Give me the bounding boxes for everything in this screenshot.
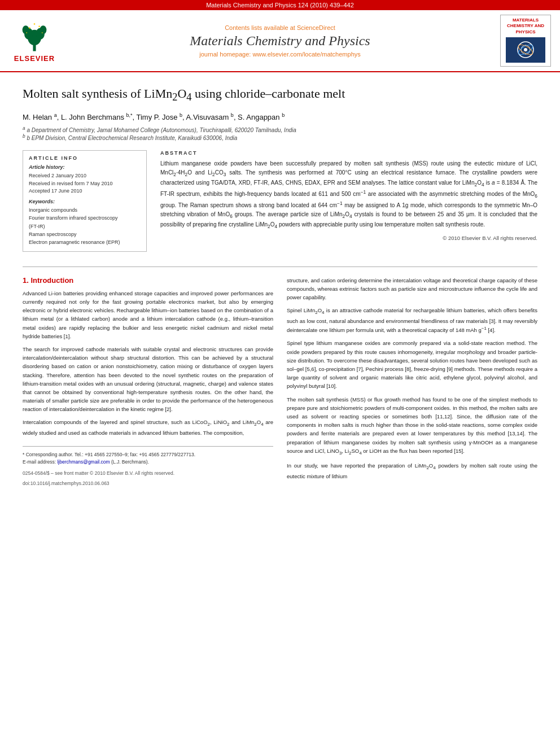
- article-info-box: ARTICLE INFO Article history: Received 2…: [23, 150, 147, 251]
- article-history-label: Article history:: [29, 164, 141, 170]
- sciencedirect-link-text[interactable]: ScienceDirect: [297, 24, 335, 31]
- abstract-box: ABSTRACT Lithium manganese oxide powders…: [160, 150, 537, 257]
- article-info-label: ARTICLE INFO: [29, 155, 141, 161]
- footer-line-2: doi:10.1016/j.matchemphys.2010.06.063: [23, 480, 273, 486]
- footnote-area: * Corresponding author. Tel.: +91 4565 2…: [23, 446, 273, 486]
- revised-date: Received in revised form 7 May 2010: [29, 180, 141, 188]
- article-info-abstract-area: ARTICLE INFO Article history: Received 2…: [23, 150, 537, 257]
- svg-point-5: [40, 25, 46, 34]
- journal-logo-image: [506, 37, 545, 63]
- journal-reference-bar: Materials Chemistry and Physics 124 (201…: [0, 0, 560, 10]
- contents-prefix: Contents lists available at: [225, 24, 297, 31]
- journal-info: Contents lists available at ScienceDirec…: [60, 24, 500, 58]
- journal-title: Materials Chemistry and Physics: [71, 33, 489, 49]
- journal-logo-title: MATERIALSCHEMISTRY ANDPHYSICS: [503, 18, 548, 35]
- received-date: Received 2 January 2010: [29, 172, 141, 180]
- homepage-url[interactable]: www.elsevier.com/locate/matchemphys: [252, 51, 360, 58]
- keyword-2: Fourier transform infrared spectroscopy(…: [29, 214, 141, 230]
- email-line: E-mail address: ljberchmans@gmail.com (L…: [23, 458, 273, 466]
- svg-point-10: [42, 32, 43, 33]
- article-content: Molten salt synthesis of LiMn2O4 using c…: [0, 72, 560, 500]
- introduction-heading: 1. Introduction: [23, 276, 273, 285]
- section-divider: [23, 267, 537, 267]
- journal-homepage-line: journal homepage: www.elsevier.com/locat…: [71, 51, 489, 58]
- body-left-column: 1. Introduction Advanced Li-ion batterie…: [23, 276, 273, 486]
- page: Materials Chemistry and Physics 124 (201…: [0, 0, 560, 747]
- right-para-1: structure, and cation ordering determine…: [287, 276, 537, 302]
- keyword-1: Inorganic compounds: [29, 206, 141, 214]
- intro-para-2: The search for improved cathode material…: [23, 345, 273, 414]
- homepage-prefix: journal homepage:: [199, 51, 252, 58]
- accepted-date: Accepted 17 June 2010: [29, 187, 141, 195]
- article-title: Molten salt synthesis of LiMn2O4 using c…: [23, 86, 537, 104]
- body-content: 1. Introduction Advanced Li-ion batterie…: [23, 276, 537, 486]
- right-para-2: Spinel LiMn2O4 is an attractive cathode …: [287, 306, 537, 334]
- journal-logo-box: MATERIALSCHEMISTRY ANDPHYSICS: [500, 15, 551, 67]
- footer-line-1: 0254-0584/$ – see front matter © 2010 El…: [23, 470, 273, 476]
- keyword-3: Raman spectroscopy: [29, 230, 141, 238]
- journal-reference-text: Materials Chemistry and Physics 124 (201…: [206, 2, 354, 8]
- svg-point-9: [26, 32, 27, 33]
- keywords-label: Keywords:: [29, 199, 141, 204]
- intro-para-3: Intercalation compounds of the layered a…: [23, 418, 273, 437]
- abstract-label: ABSTRACT: [160, 150, 537, 156]
- right-para-3: Spinel type lithium manganese oxides are…: [287, 339, 537, 390]
- affiliations: a a Department of Chemistry, Jamal Moham…: [23, 125, 537, 142]
- authors-line: M. Helan a, L. John Berchmans b,*, Timy …: [23, 112, 537, 121]
- elsevier-wordmark: ELSEVIER: [14, 54, 55, 63]
- svg-point-16: [524, 48, 527, 51]
- elsevier-tree-icon: [18, 19, 51, 53]
- right-para-4: The molten salt synthesis (MSS) or flux …: [287, 395, 537, 457]
- sciencedirect-line: Contents lists available at ScienceDirec…: [71, 24, 489, 31]
- svg-point-6: [29, 27, 30, 29]
- svg-point-4: [23, 25, 29, 34]
- email-link[interactable]: ljberchmans@gmail.com: [57, 459, 110, 465]
- intro-para-1: Advanced Li-ion batteries providing enha…: [23, 289, 273, 340]
- journal-header: ELSEVIER Contents lists available at Sci…: [0, 10, 560, 72]
- elsevier-logo: ELSEVIER: [9, 19, 60, 63]
- copyright-notice: © 2010 Elsevier B.V. All rights reserved…: [160, 235, 537, 241]
- svg-point-7: [38, 25, 40, 27]
- abstract-text: Lithium manganese oxide powders have bee…: [160, 159, 537, 230]
- corresponding-author-note: * Corresponding author. Tel.: +91 4565 2…: [23, 451, 273, 458]
- right-para-5: In our study, we have reported the prepa…: [287, 461, 537, 480]
- svg-point-8: [34, 23, 36, 25]
- keyword-4: Electron paramagnetic resonance (EPR): [29, 238, 141, 246]
- body-right-column: structure, and cation ordering determine…: [287, 276, 537, 486]
